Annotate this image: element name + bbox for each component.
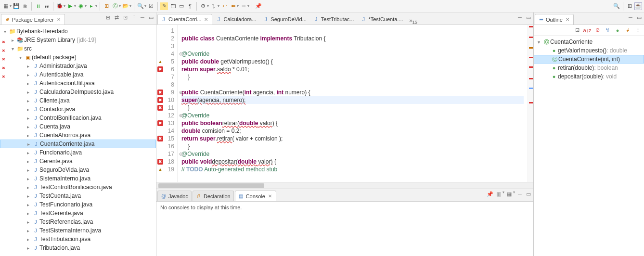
- scrollbar-thumb[interactable]: [158, 183, 264, 188]
- twisty-icon[interactable]: ▸: [24, 219, 32, 225]
- twisty-icon[interactable]: ▾: [535, 39, 542, 45]
- dropdown-icon[interactable]: ▾: [247, 4, 249, 8]
- tree-file[interactable]: ▸JTestFuncionario.java: [0, 200, 156, 209]
- error-marker-icon[interactable]: ✖: [157, 136, 163, 141]
- outline-tab[interactable]: ☰ Outline ✕: [535, 14, 574, 25]
- twisty-icon[interactable]: ▸: [24, 193, 32, 199]
- tree-file[interactable]: ▸JTestControlBonificacion.java: [0, 183, 156, 192]
- tree-project[interactable]: ▾ 📁 Bytebank-Heredado: [0, 27, 156, 36]
- error-marker-icon[interactable]: ✖: [157, 159, 163, 165]
- tree-file[interactable]: ▸JTestSistemaInterno.java: [0, 226, 156, 235]
- outline-member[interactable]: Ⓒ✖CuentaCorriente(int, int): [534, 55, 644, 64]
- javadoc-tab[interactable]: @ Javadoc: [157, 191, 192, 201]
- open-persp-icon[interactable]: ⊞: [626, 2, 633, 10]
- java-persp-icon[interactable]: ☕: [634, 2, 642, 10]
- tree-file[interactable]: ▸JAutenticable.java: [0, 70, 156, 79]
- error-marker-icon[interactable]: ✖: [157, 105, 163, 111]
- editor-tab[interactable]: JCalculadora...: [212, 14, 259, 25]
- dropdown-icon[interactable]: ▾: [119, 4, 121, 8]
- code-line[interactable]: public boolean retirar(double valor) {: [181, 119, 524, 127]
- focus-icon[interactable]: ⊡: [121, 13, 129, 21]
- close-icon[interactable]: ✕: [565, 17, 570, 22]
- console-tab[interactable]: ▤ Console ✕: [235, 191, 276, 201]
- link-editor-icon[interactable]: ⇄: [113, 13, 120, 21]
- warning-marker-icon[interactable]: ▲: [157, 59, 163, 64]
- task-icon[interactable]: ☑: [147, 2, 155, 10]
- tree-file[interactable]: ▸JCliente.java: [0, 96, 156, 105]
- save-all-icon[interactable]: 🗎: [21, 2, 29, 10]
- overview-marker[interactable]: [529, 66, 533, 68]
- package-tree[interactable]: ▾ 📁 Bytebank-Heredado ▸ 📚 JRE System Lib…: [0, 25, 156, 256]
- twisty-icon[interactable]: ▸: [24, 115, 32, 121]
- collapse-all-icon[interactable]: ⊟: [104, 13, 112, 21]
- twisty-icon[interactable]: ▸: [24, 133, 32, 138]
- outline-member[interactable]: ●✖getValorImpuesto() : double: [534, 46, 644, 55]
- dropdown-icon[interactable]: ▾: [10, 4, 12, 8]
- code-line[interactable]: public double getValorImpuesto() {: [181, 58, 524, 65]
- pin-icon[interactable]: 📌: [255, 2, 262, 10]
- display-console-icon[interactable]: ▥: [495, 190, 502, 198]
- twisty-icon[interactable]: ▸: [24, 107, 32, 112]
- fold-icon[interactable]: ⊖: [178, 90, 184, 95]
- code-line[interactable]: @Override: [181, 112, 524, 119]
- hide-local-icon[interactable]: ↲: [623, 26, 632, 35]
- hide-nonpublic-icon[interactable]: ●: [613, 26, 622, 35]
- back-icon[interactable]: ⬅: [229, 2, 237, 10]
- twisty-icon[interactable]: ▸: [24, 228, 32, 233]
- tree-file[interactable]: ▸JAdministrador.java: [0, 62, 156, 70]
- twisty-icon[interactable]: ▸: [24, 98, 32, 103]
- code-line[interactable]: super(agencia, numero);: [181, 96, 524, 104]
- code-line[interactable]: public void depositar(double valor) {: [181, 158, 524, 166]
- maximize-icon[interactable]: ▭: [147, 13, 155, 21]
- focus-icon[interactable]: ⊡: [573, 26, 581, 35]
- dropdown-icon[interactable]: ▾: [502, 190, 504, 198]
- declaration-tab[interactable]: ⎙ Declaration: [193, 191, 234, 201]
- twisty-icon[interactable]: ▸: [24, 202, 32, 207]
- code-line[interactable]: return super.saldo * 0.01;: [181, 65, 524, 73]
- maximize-icon[interactable]: ▭: [525, 13, 532, 21]
- annotation-icon[interactable]: ⚙: [199, 2, 207, 10]
- tree-file[interactable]: ▸JAutenticacionUtil.java: [0, 79, 156, 88]
- dropdown-icon[interactable]: ▾: [218, 4, 219, 8]
- tree-file[interactable]: ▸JGerente.java: [0, 157, 156, 166]
- maximize-icon[interactable]: ▭: [635, 13, 643, 21]
- close-icon[interactable]: ✕: [203, 17, 209, 22]
- code-line[interactable]: }: [181, 73, 524, 81]
- editor-tab[interactable]: J*TestCuenta....: [357, 14, 406, 25]
- toggle-mark-icon[interactable]: ✎: [160, 2, 168, 10]
- tree-file[interactable]: ▸JFuncionario.java: [0, 148, 156, 157]
- tree-file[interactable]: ▸JSistemaInterno.java: [0, 174, 156, 183]
- dropdown-icon[interactable]: ▾: [129, 4, 131, 8]
- horizontal-scrollbar[interactable]: [156, 182, 533, 189]
- twisty-icon[interactable]: ▸: [25, 141, 32, 147]
- tree-file[interactable]: ▸JTestGerente.java: [0, 209, 156, 218]
- overview-marker[interactable]: [529, 78, 533, 79]
- outline-class[interactable]: ▾ Ⓒ ✖ CuentaCorriente: [534, 38, 644, 46]
- twisty-icon[interactable]: ▸: [24, 211, 32, 216]
- minimize-icon[interactable]: ─: [627, 13, 634, 21]
- twisty-icon[interactable]: ▸: [24, 237, 32, 242]
- hide-fields-icon[interactable]: ⊘: [593, 26, 602, 35]
- skip-icon[interactable]: ⏭: [43, 2, 51, 10]
- view-menu-icon[interactable]: ⋮: [130, 13, 138, 21]
- twisty-icon[interactable]: ▸: [24, 185, 32, 190]
- code-line[interactable]: public CuentaCorriente(int agencia, int …: [181, 89, 524, 96]
- tree-file[interactable]: ▸JControlBonificacion.java: [0, 114, 156, 122]
- twisty-icon[interactable]: ▾: [1, 29, 9, 34]
- twisty-icon[interactable]: ▾: [9, 46, 16, 51]
- next-ann-icon[interactable]: ⤵: [210, 2, 218, 10]
- run-last-icon[interactable]: ▸: [88, 2, 95, 10]
- error-marker-icon[interactable]: ✖: [157, 90, 163, 95]
- tree-package[interactable]: ▾ ▣ (default package): [0, 53, 156, 62]
- dropdown-icon[interactable]: ▾: [85, 4, 87, 8]
- editor-tab[interactable]: JSeguroDeVid...: [259, 14, 309, 25]
- new-pkg-icon[interactable]: ⊞: [103, 2, 110, 10]
- code-line[interactable]: public class CuentaCorriente implements …: [181, 35, 524, 42]
- twisty-icon[interactable]: ▸: [24, 81, 32, 86]
- more-tabs-button[interactable]: »15: [407, 17, 420, 25]
- close-icon[interactable]: ✕: [267, 193, 273, 199]
- dropdown-icon[interactable]: ▾: [237, 4, 239, 8]
- tree-file[interactable]: ▸JCuentaCorriente.java: [0, 140, 156, 148]
- code-line[interactable]: [181, 27, 524, 35]
- new-icon[interactable]: ▦: [2, 2, 10, 10]
